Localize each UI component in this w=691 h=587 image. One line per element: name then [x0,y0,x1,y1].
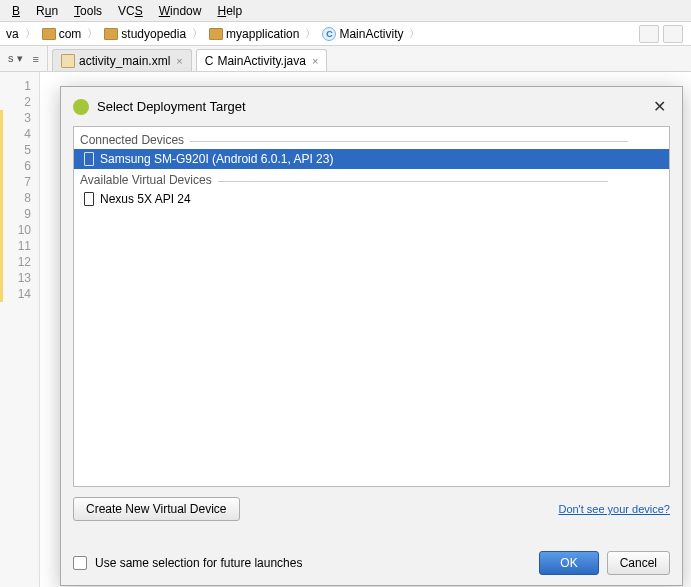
line-number: 7 [0,174,39,190]
toolbar-dropdown[interactable]: s ▾ [4,50,27,67]
device-list[interactable]: Connected DevicesSamsung SM-G920I (Andro… [73,126,670,487]
class-icon: C [322,27,336,41]
line-number: 10 [0,222,39,238]
folder-icon [104,28,118,40]
device-name: Samsung SM-G920I (Android 6.0.1, API 23) [100,152,333,166]
device-icon [84,192,94,206]
menu-build[interactable]: B [4,2,28,20]
line-number: 13 [0,270,39,286]
tab-label: activity_main.xml [79,54,170,68]
create-virtual-device-button[interactable]: Create New Virtual Device [73,497,240,521]
close-tab-icon[interactable]: × [176,55,182,67]
line-number: 9 [0,206,39,222]
toolbar-extra[interactable]: ≡ [29,51,43,67]
chevron-icon: 〉 [303,26,318,41]
menu-bar: B Run Tools VCS Window Help [0,0,691,22]
device-name: Nexus 5X API 24 [100,192,191,206]
breadcrumb: va 〉 com 〉 studyopedia 〉 myapplication 〉… [0,22,691,46]
line-number: 12 [0,254,39,270]
line-number: 4 [0,126,39,142]
dialog-title: Select Deployment Target [97,99,246,114]
device-group-label: Connected Devices [74,129,669,149]
menu-run[interactable]: Run [28,2,66,20]
use-same-selection-checkbox[interactable] [73,556,87,570]
device-icon [84,152,94,166]
cancel-button[interactable]: Cancel [607,551,670,575]
device-row[interactable]: Samsung SM-G920I (Android 6.0.1, API 23) [74,149,669,169]
checkbox-label: Use same selection for future launches [95,556,302,570]
chevron-icon: 〉 [190,26,205,41]
menu-vcs[interactable]: VCS [110,2,151,20]
crumb-mainactivity[interactable]: CMainActivity [320,27,405,41]
folder-icon [209,28,223,40]
menu-tools[interactable]: Tools [66,2,110,20]
line-number: 6 [0,158,39,174]
crumb-va[interactable]: va [4,27,21,41]
line-number: 11 [0,238,39,254]
chevron-icon: 〉 [85,26,100,41]
close-tab-icon[interactable]: × [312,55,318,67]
device-row[interactable]: Nexus 5X API 24 [74,189,669,209]
crumb-com[interactable]: com [40,27,84,41]
crumb-studyopedia[interactable]: studyopedia [102,27,188,41]
close-dialog-button[interactable]: ✕ [649,97,670,116]
xml-icon [61,54,75,68]
crumb-myapplication[interactable]: myapplication [207,27,301,41]
menu-help[interactable]: Help [209,2,250,20]
line-number: 5 [0,142,39,158]
folder-icon [42,28,56,40]
deployment-target-dialog: Select Deployment Target ✕ Connected Dev… [60,86,683,586]
tab-label: MainActivity.java [217,54,305,68]
dialog-overlay: Select Deployment Target ✕ Connected Dev… [60,86,683,587]
line-number: 1 [0,78,39,94]
device-group-label: Available Virtual Devices [74,169,669,189]
line-number: 3 [0,110,39,126]
chevron-icon: 〉 [407,26,422,41]
line-number: 14 [0,286,39,302]
line-number: 8 [0,190,39,206]
tab-mainactivity[interactable]: C MainActivity.java × [196,49,328,71]
menu-window[interactable]: Window [151,2,210,20]
class-icon: C [205,54,214,68]
line-number: 2 [0,94,39,110]
toolbar-btn-2[interactable] [663,25,683,43]
editor-tabs: activity_main.xml × C MainActivity.java … [48,46,327,71]
help-link[interactable]: Don't see your device? [558,503,670,515]
ok-button[interactable]: OK [539,551,598,575]
android-icon [73,99,89,115]
line-gutter: 1234567891011121314 [0,72,40,587]
chevron-icon: 〉 [23,26,38,41]
tab-activity-main[interactable]: activity_main.xml × [52,49,192,71]
toolbar-row: s ▾ ≡ activity_main.xml × C MainActivity… [0,46,691,72]
toolbar-btn-1[interactable] [639,25,659,43]
